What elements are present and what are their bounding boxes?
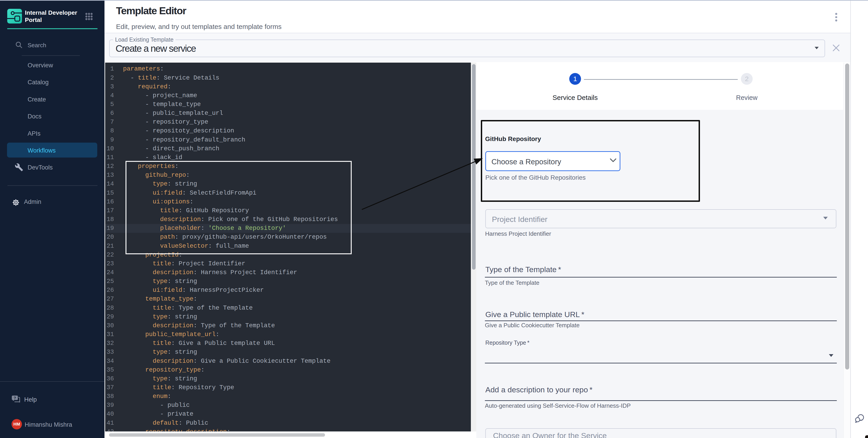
svg-text:?: ? bbox=[14, 396, 16, 400]
